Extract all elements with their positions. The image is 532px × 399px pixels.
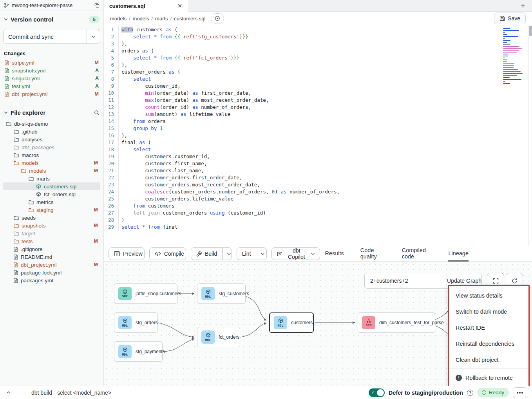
editor-scrollbar[interactable] <box>528 25 532 246</box>
help-icon[interactable]: ? <box>467 390 473 396</box>
tree-item-package-lock-yml[interactable]: package-lock.yml <box>3 269 100 276</box>
defer-toggle[interactable]: ✓ <box>369 388 385 397</box>
change-row[interactable]: stripe.ymlM <box>3 59 100 67</box>
tree-item-label: seeds <box>22 215 98 221</box>
change-row[interactable]: test.ymlA <box>3 82 100 90</box>
new-tab-button[interactable]: + <box>514 0 532 11</box>
tree-item-db-sl-qs-demo[interactable]: db-sl-qs-demo <box>3 120 100 128</box>
graph-search-input[interactable] <box>365 273 447 288</box>
code-text: final as ( <box>118 139 151 146</box>
tree-item-snapshots[interactable]: snapshotsM <box>3 222 100 229</box>
breadcrumb-item[interactable]: models <box>133 16 149 22</box>
breadcrumb-item[interactable]: customers.sql <box>174 16 205 22</box>
search-icon[interactable] <box>94 110 100 116</box>
lint-dropdown-toggle[interactable] <box>256 248 266 260</box>
menu-item-view-status-details[interactable]: View status details <box>449 287 528 303</box>
breadcrumb-item[interactable]: marts <box>155 16 168 22</box>
commit-dropdown-toggle[interactable] <box>87 29 100 43</box>
collapse-command-bar-button[interactable] <box>0 386 17 399</box>
code-editor[interactable]: 1with customers as (2 select * from {{ r… <box>104 25 532 246</box>
chevron-down-icon[interactable] <box>4 111 8 114</box>
menu-item-switch-to-dark-mode[interactable]: Switch to dark mode <box>449 303 528 320</box>
tree-item-seeds[interactable]: seeds <box>3 214 100 222</box>
tree-item-macros[interactable]: macros <box>3 151 100 159</box>
chevron-down-icon[interactable] <box>4 18 8 21</box>
preview-button[interactable]: Preview <box>109 247 145 260</box>
lint-button[interactable]: Lint <box>237 247 267 260</box>
menu-item-rollback-to-remote[interactable]: !Rollback to remote <box>449 370 528 386</box>
lineage-node-stg-orders[interactable]: MDLstg_orders <box>114 312 158 333</box>
lineage-panel[interactable]: SRCjaffle_shop.customersMDLstg_customers… <box>104 262 532 386</box>
change-row[interactable]: snapshots.ymlA <box>3 67 100 74</box>
tab-lineage[interactable]: Lineage <box>448 246 469 262</box>
scrollbar-thumb[interactable] <box>529 26 532 36</box>
change-row[interactable]: singular.ymlA <box>3 74 100 82</box>
save-icon <box>499 16 505 21</box>
command-input[interactable] <box>17 390 369 396</box>
tree-item-tests[interactable]: testsM <box>3 237 100 245</box>
tab-code-quality[interactable]: Code quality <box>360 246 385 262</box>
build-label: Build <box>205 251 217 257</box>
branch-name: mwong-test-explorer-parse <box>12 2 72 8</box>
tree-item-metrics[interactable]: metrics <box>3 198 100 206</box>
compile-button[interactable]: Compile <box>149 247 186 260</box>
code-line: 9 customer_id, <box>104 83 532 90</box>
code-line: 17final as ( <box>104 139 532 146</box>
tree-item-packages-yml[interactable]: packages.yml <box>3 276 100 284</box>
copy-icon[interactable] <box>94 3 100 8</box>
tree-item--gitignore[interactable]: .gitignore <box>3 245 100 253</box>
tree-item-label: README.md <box>21 254 98 260</box>
menu-item-reinstall-dependencies[interactable]: Reinstall dependencies <box>449 336 528 352</box>
model-icon <box>36 184 41 189</box>
lineage-node-jaffle-shop-customers[interactable]: SRCjaffle_shop.customers <box>114 283 177 304</box>
tree-item-readme-md[interactable]: README.md <box>3 253 100 261</box>
check-icon: ✓ <box>371 390 375 395</box>
code-line: 22 customer_orders.first_order_date, <box>104 174 532 181</box>
build-dropdown-toggle[interactable] <box>222 248 232 260</box>
code-text: orders as ( <box>118 47 154 54</box>
tree-item-customers-sql[interactable]: customers.sql <box>3 182 100 190</box>
tree-item-status: M <box>94 223 98 228</box>
tab-compiled-code[interactable]: Compiled code <box>402 246 432 262</box>
minimap-line <box>503 75 517 76</box>
tree-item-models[interactable]: modelsM <box>3 167 100 175</box>
more-options-button[interactable]: ••• <box>513 387 527 398</box>
dbt-copilot-button[interactable]: dbt Copilot <box>271 247 320 260</box>
code-text: left join customer_orders using (custome… <box>118 209 266 217</box>
save-button[interactable]: Save <box>494 13 526 24</box>
folder-icon <box>29 200 34 204</box>
open-lineage-button[interactable] <box>211 13 224 24</box>
tree-item-fct-orders-sql[interactable]: fct_orders.sql <box>3 190 100 198</box>
menu-item-restart-ide[interactable]: Restart IDE <box>449 320 528 336</box>
code-line: 2 select * from {{ ref('stg_customers')}… <box>104 33 532 40</box>
tree-item-staging[interactable]: stagingM <box>3 206 100 214</box>
file-tree: db-sl-qs-demo.githubanalysesdbt_packages… <box>3 120 100 284</box>
breadcrumb-separator: / <box>151 16 153 22</box>
tree-item-analyses[interactable]: analyses <box>3 135 100 143</box>
lineage-node-stg-customers[interactable]: MDLstg_customers <box>197 283 246 304</box>
model-badge-icon: MDL <box>118 316 132 329</box>
lineage-node-stg-payments[interactable]: MDLstg_payments <box>114 341 163 362</box>
tab-results[interactable]: Results <box>325 246 344 262</box>
lineage-node-fct-orders[interactable]: MDLfct_orders <box>197 327 240 347</box>
tree-item-marts[interactable]: marts <box>3 175 100 182</box>
build-button[interactable]: Build <box>191 247 232 260</box>
minimap-line <box>503 63 514 64</box>
lineage-node-dim-customers-test-for-parse[interactable]: SEMdim_customers_test_for_parse <box>358 312 435 333</box>
tree-item--github[interactable]: .github <box>3 128 100 135</box>
breadcrumb-item[interactable]: models <box>110 16 127 22</box>
tab-customers-sql[interactable]: customers.sql ✕ <box>104 0 188 12</box>
lineage-node-label: dim_customers_test_for_parse <box>379 320 444 325</box>
change-row[interactable]: dbt_project.ymlM <box>3 90 100 98</box>
commit-and-sync-button[interactable]: Commit and sync <box>3 29 100 44</box>
close-icon[interactable]: ✕ <box>177 3 182 9</box>
line-number: 21 <box>104 167 118 174</box>
tree-item-models[interactable]: modelsM <box>3 159 100 167</box>
lineage-node-customers[interactable]: MDLcustomers <box>269 312 314 333</box>
tree-item-target[interactable]: target <box>3 229 100 237</box>
menu-item-clean-dbt-project[interactable]: Clean dbt project <box>449 352 528 368</box>
minimap[interactable] <box>503 28 525 85</box>
file-icon <box>14 262 18 267</box>
tree-item-dbt-packages[interactable]: dbt_packages <box>3 143 100 151</box>
tree-item-dbt-project-yml[interactable]: dbt_project.ymlM <box>3 261 100 269</box>
